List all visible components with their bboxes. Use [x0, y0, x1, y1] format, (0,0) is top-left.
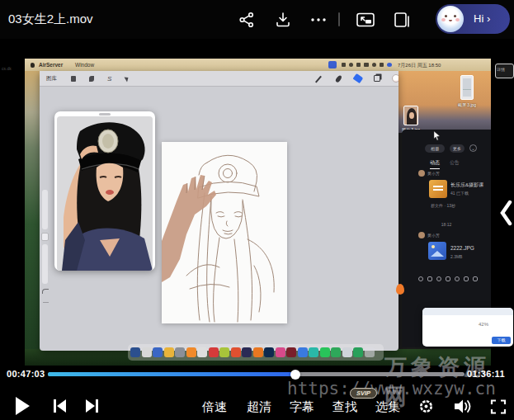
dock-app-icon: [353, 347, 363, 357]
status-icon: [356, 63, 361, 67]
account-pill[interactable]: Hi ›: [436, 4, 510, 34]
thumb-sun: [431, 245, 435, 248]
reference-photo: [57, 116, 153, 271]
dock-app-icon: [142, 347, 152, 357]
gallery-button: 图库: [46, 75, 57, 83]
file-card-title: 长乐乐&摄影课: [450, 182, 487, 189]
chat-tool-icon: [464, 276, 469, 281]
chat-tab-inactive: 公告: [450, 159, 460, 167]
fullscreen-icon[interactable]: [490, 399, 507, 415]
dock-app-icon: [286, 347, 296, 357]
avatar-face: [445, 15, 447, 17]
progress-fill: [48, 372, 295, 376]
popup-confirm-button[interactable]: 下载: [492, 337, 511, 344]
procreate-toolbar: 图库 S: [40, 71, 398, 87]
chat-tool-icon: [473, 276, 478, 281]
sketch-drawing: [162, 142, 287, 323]
account-label: Hi ›: [474, 12, 490, 25]
chat-more-button: 更多: [450, 144, 464, 153]
menubar-app-menu: AirServer: [39, 62, 63, 68]
sketch-canvas: [162, 142, 287, 323]
download-icon[interactable]: [274, 11, 292, 29]
top-bar: 03女生2上.mov Hi ›: [0, 0, 514, 39]
status-icon: [364, 63, 369, 67]
play-button[interactable]: [16, 397, 30, 415]
settings-gear-icon[interactable]: [417, 398, 435, 415]
svip-badge-label: SVIP: [351, 389, 376, 398]
quality-button[interactable]: 超清: [247, 399, 271, 415]
popup-dialog[interactable]: 42% 下载: [422, 308, 513, 347]
dock-app-icon: [276, 347, 285, 357]
side-panel-tab[interactable]: 详情: [495, 64, 514, 78]
avatar-cheek: [441, 18, 446, 21]
color-swatch-icon: [392, 74, 398, 83]
status-icon: [387, 63, 392, 67]
dock-app-icon: [264, 347, 274, 357]
file-card-meta: 群文件 · 13秒: [431, 203, 455, 208]
chat-avatar: [418, 232, 425, 238]
share-icon[interactable]: [238, 11, 256, 29]
chat-tab-active: 动态: [430, 159, 440, 169]
previous-button[interactable]: [50, 398, 70, 414]
more-options-icon[interactable]: [309, 11, 328, 29]
desktop-photo-icon: [403, 106, 418, 125]
file-card-sub: 41 已下载: [450, 191, 469, 196]
desktop-file-label: 截屏 3.jpg: [444, 102, 490, 107]
chat-tool-icon: [455, 276, 460, 281]
search-button[interactable]: 查找: [332, 399, 357, 415]
dock-app-icon: [175, 347, 185, 357]
progress-handle[interactable]: [290, 370, 300, 380]
chat-sender-name: 黄小芳: [427, 233, 440, 238]
video-title: 03女生2上.mov: [8, 12, 93, 27]
side-panel-tab-label: 详情: [496, 64, 513, 74]
dock-app-icon: [342, 347, 352, 357]
status-icon: [380, 63, 384, 67]
reference-photo-card: [54, 111, 155, 271]
picture-in-picture-icon[interactable]: [355, 10, 376, 30]
rotate-screen-icon[interactable]: [391, 10, 413, 30]
brush-tool-icon: [315, 76, 322, 83]
menubar-datetime: 7月26日 周五 18:50: [398, 62, 441, 69]
dock-app-icon: [298, 347, 308, 357]
video-player-app: 03女生2上.mov Hi ›: [0, 0, 514, 420]
chat-tool-icon: [436, 276, 441, 281]
next-button[interactable]: [82, 398, 101, 414]
chat-timestamp: 18:12: [402, 222, 491, 227]
popup-header: [422, 308, 513, 315]
total-time: 01:36:11: [467, 369, 505, 379]
sketch-hand-shading: [162, 175, 216, 282]
wallpaper-left: [25, 71, 40, 366]
dock: [128, 344, 384, 361]
avatar-mouth: [449, 20, 452, 21]
corner-watermark: cs.dk: [2, 66, 12, 71]
dock-app-icon: [153, 347, 163, 357]
dock-app-icon: [219, 347, 229, 357]
dock-app-icon: [365, 347, 375, 357]
subtitle-button[interactable]: 字幕: [290, 399, 314, 415]
status-icon: [372, 63, 376, 67]
redo-icon: [43, 302, 49, 305]
dock-app-icon: [164, 347, 174, 357]
photo-face: [409, 112, 414, 119]
progress-bar[interactable]: [48, 372, 464, 376]
selection-icon: S: [107, 75, 112, 82]
dock-app-icon: [309, 347, 318, 357]
url-watermark: https://www.wxzyw.cn: [287, 379, 496, 399]
popup-text: 42%: [479, 322, 488, 327]
procreate-window: 图库 S: [40, 71, 398, 351]
actions-wrench-icon: [71, 76, 76, 82]
chat-tool-icon: [427, 276, 432, 281]
chevron-left-icon[interactable]: [498, 200, 513, 226]
chat-avatar: [418, 170, 425, 177]
video-frame[interactable]: AirServer Window 7月26日 周五 18:50 截屏 3.jpg…: [25, 59, 491, 366]
transform-icon: [125, 75, 130, 82]
volume-icon[interactable]: [452, 398, 472, 415]
dock-app-icon: [130, 347, 140, 357]
episodes-button[interactable]: 选集: [375, 399, 400, 415]
speed-button[interactable]: 倍速: [202, 399, 227, 415]
menubar-window-menu: Window: [75, 62, 94, 68]
modify-button: [41, 233, 49, 241]
dock-app-icon: [320, 347, 330, 357]
dock-app-icon: [186, 347, 196, 357]
status-icon: [342, 63, 346, 67]
